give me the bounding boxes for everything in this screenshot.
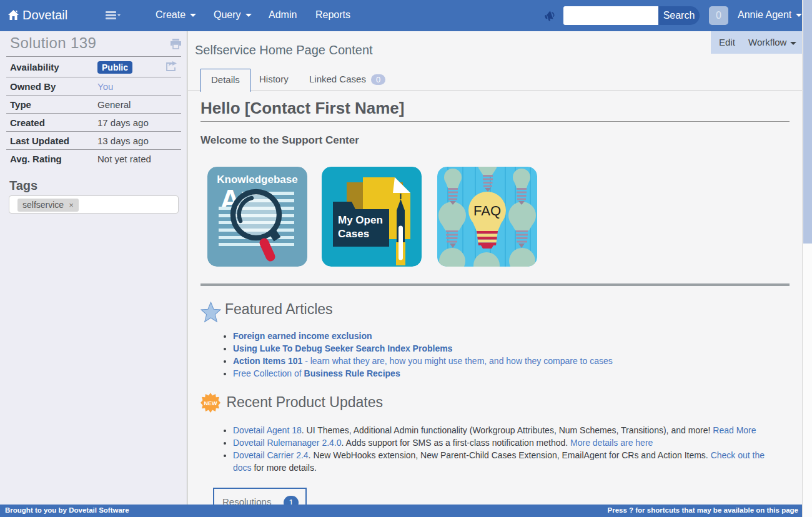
svg-text:NEW: NEW (204, 400, 218, 406)
svg-text:FAQ: FAQ (473, 203, 501, 219)
svg-text:My Open: My Open (338, 214, 383, 226)
svg-text:Cases: Cases (338, 228, 369, 240)
